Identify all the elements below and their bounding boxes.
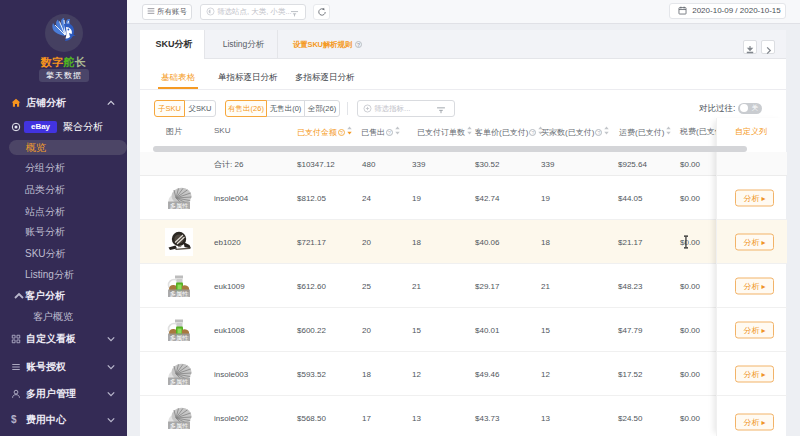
svg-text:多属性: 多属性 (170, 202, 189, 209)
svg-text:多属性: 多属性 (170, 290, 189, 297)
svg-text:多属性: 多属性 (170, 334, 189, 341)
svg-text:多属性: 多属性 (170, 422, 189, 429)
svg-text:多属性: 多属性 (170, 378, 189, 385)
